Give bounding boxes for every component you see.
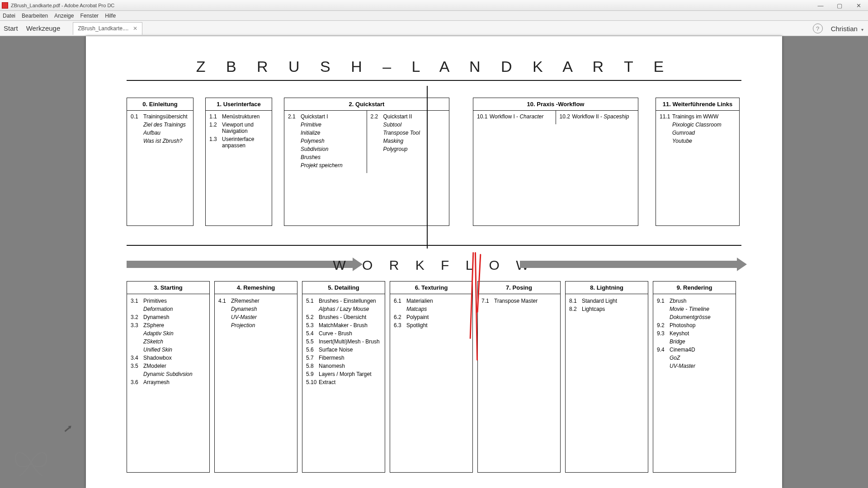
document-tab[interactable]: ZBrush_Landkarte.... ✕ xyxy=(73,22,142,35)
item: ZSphere xyxy=(143,322,164,328)
card-head: 6. Texturing xyxy=(390,282,472,294)
idx: 10.2 xyxy=(560,113,572,120)
item: Transpose Master xyxy=(494,298,538,304)
idx: 0.1 xyxy=(131,113,143,120)
idx: 6.2 xyxy=(394,314,406,320)
user-menu[interactable]: Christian ▾ xyxy=(831,25,863,33)
card-w5: 5. Detailing5.1Brushes - EinstellungenAl… xyxy=(302,281,385,473)
item: Extract xyxy=(319,379,335,385)
menu-datei[interactable]: Datei xyxy=(3,13,15,19)
sub: Dynamic Subdivsion xyxy=(143,371,206,377)
item: Arraymesh xyxy=(143,379,170,385)
item: Workflow I - Character xyxy=(490,113,543,120)
item: Userinterface anpassen xyxy=(222,136,268,149)
idx: 4.1 xyxy=(218,298,231,304)
card-head: 10. Praxis -Workflow xyxy=(473,98,638,111)
idx: 5.6 xyxy=(306,347,319,353)
app-icon xyxy=(2,2,8,9)
card-body: 3.1PrimitivesDeformation3.2Dynamesh3.3ZS… xyxy=(127,294,209,391)
main-toolbar: Start Werkzeuge ZBrush_Landkarte.... ✕ ?… xyxy=(0,21,868,36)
sub: Brushes xyxy=(301,154,363,160)
minimize-button[interactable]: — xyxy=(811,0,830,11)
sub: Was ist Zbrush? xyxy=(143,138,189,144)
idx: 9.3 xyxy=(657,330,670,337)
list-item: 9.4Cinema4D xyxy=(657,347,732,353)
item: Insert(Multi)Mesh - Brush xyxy=(319,338,380,345)
sub: Matcaps xyxy=(406,306,469,312)
sub: Aufbau xyxy=(143,130,189,136)
sub: Unified Skin xyxy=(143,347,206,353)
sub: Masking xyxy=(383,138,446,144)
idx: 1.1 xyxy=(209,113,222,120)
idx: 2.1 xyxy=(288,113,301,120)
item: Viewport und Navigation xyxy=(222,122,268,134)
idx: 2.2 xyxy=(371,113,383,120)
sub: Projekt speichern xyxy=(301,162,363,169)
maximize-button[interactable]: ▢ xyxy=(830,0,849,11)
sub: UV-Master xyxy=(231,314,293,320)
card-links: 11. Weiterführende Links 11.1Trainings i… xyxy=(656,98,740,226)
menu-fenster[interactable]: Fenster xyxy=(80,13,99,19)
list-item: 8.1Standard Light xyxy=(569,298,644,304)
help-icon[interactable]: ? xyxy=(813,23,823,33)
sub: Pixologic Classroom xyxy=(672,122,736,128)
idx: 3.4 xyxy=(131,355,143,361)
document-viewport[interactable]: Z B R U S H – L A N D K A R T E 0. Einle… xyxy=(0,36,868,488)
tab-start[interactable]: Start xyxy=(4,24,18,32)
arrow-right-icon xyxy=(520,261,737,268)
card-einleitung: 0. Einleitung 0.1Trainingsübersicht Ziel… xyxy=(127,98,193,226)
item: Quickstart I xyxy=(301,113,328,120)
idx: 5.2 xyxy=(306,314,319,320)
card-body: 4.1ZRemesherDynameshUV-MasterProjection xyxy=(215,294,297,334)
card-w8: 8. Lightning8.1Standard Light8.2Lightcap… xyxy=(565,281,648,473)
idx: 5.5 xyxy=(306,338,319,345)
idx: 8.2 xyxy=(569,306,582,312)
close-button[interactable]: ✕ xyxy=(849,0,868,11)
list-item: 5.6Surface Noise xyxy=(306,347,381,353)
chevron-down-icon: ▾ xyxy=(861,27,863,32)
idx: 5.10 xyxy=(306,379,319,385)
menu-hilfe[interactable]: Hilfe xyxy=(105,13,116,19)
sub: Projection xyxy=(231,322,293,328)
menu-bearbeiten[interactable]: Bearbeiten xyxy=(22,13,48,19)
document-tab-label: ZBrush_Landkarte.... xyxy=(78,25,128,32)
workflow-card-row: 3. Starting3.1PrimitivesDeformation3.2Dy… xyxy=(127,281,741,473)
tab-tools[interactable]: Werkzeuge xyxy=(26,24,61,32)
idx: 10.1 xyxy=(477,113,490,120)
sub: Alphas / Lazy Mouse xyxy=(319,306,381,312)
card-head: 0. Einleitung xyxy=(127,98,193,111)
list-item: 5.5Insert(Multi)Mesh - Brush xyxy=(306,338,381,345)
user-label: Christian xyxy=(831,25,858,33)
item: Keyshot xyxy=(670,330,689,337)
sub: Transpose Tool xyxy=(383,130,446,136)
sub: Bridge xyxy=(670,338,732,345)
list-item: 3.6Arraymesh xyxy=(131,379,206,385)
list-item: 5.3MatchMaker - Brush xyxy=(306,322,381,328)
sub: Polygroup xyxy=(383,146,446,152)
close-tab-icon[interactable]: ✕ xyxy=(133,25,137,32)
idx: 1.3 xyxy=(209,136,222,149)
idx: 3.2 xyxy=(131,314,143,320)
item: Quickstart II xyxy=(383,113,412,120)
menu-anzeige[interactable]: Anzeige xyxy=(54,13,74,19)
item: Trainingsübersicht xyxy=(143,113,188,120)
card-head: 3. Starting xyxy=(127,282,209,294)
list-item: 3.2Dynamesh xyxy=(131,314,206,320)
sub: Movie - Timeline xyxy=(670,306,732,312)
sub: Subdivision xyxy=(301,146,363,152)
item: MatchMaker - Brush xyxy=(319,322,368,328)
horizontal-divider xyxy=(127,245,741,246)
item: Cinema4D xyxy=(670,347,695,353)
list-item: 9.3Keyshot xyxy=(657,330,732,337)
card-head: 11. Weiterführende Links xyxy=(656,98,739,111)
idx: 5.3 xyxy=(306,322,319,328)
watermark-butterfly-icon xyxy=(12,446,50,478)
list-item: 5.9Layers / Morph Target xyxy=(306,371,381,377)
card-userinterface: 1. Userinterface 1.1Menüstrukturen 1.2Vi… xyxy=(205,98,272,226)
idx: 9.4 xyxy=(657,347,670,353)
card-w3: 3. Starting3.1PrimitivesDeformation3.2Dy… xyxy=(127,281,210,473)
item: Workflow II - Spaceship xyxy=(572,113,629,120)
list-item: 9.1Zbrush xyxy=(657,298,732,304)
sub: Subtool xyxy=(383,122,446,128)
idx: 8.1 xyxy=(569,298,582,304)
